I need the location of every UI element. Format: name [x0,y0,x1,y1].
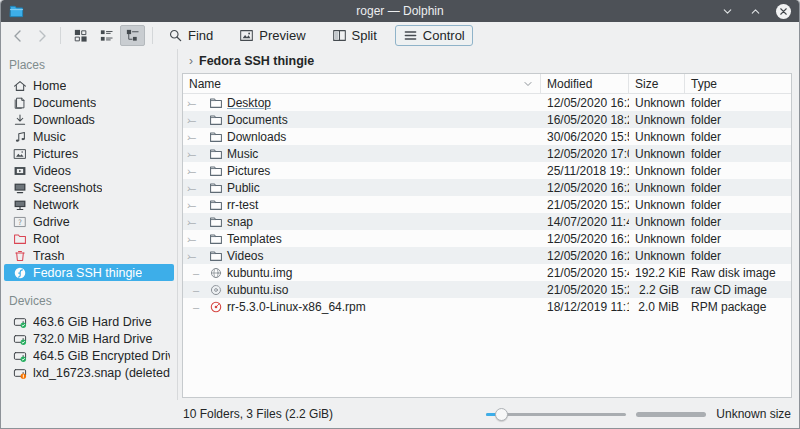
cell-size: Unknown [629,164,685,178]
file-name[interactable]: Documents [227,113,288,127]
sidebar-item-root[interactable]: Root [4,230,174,247]
column-header-type[interactable]: Type [685,74,791,93]
dolphin-window: roger — Dolphin FindPreviewSplitControl … [0,0,800,429]
find-button-label: Find [188,28,213,43]
devices-list: 463.6 GiB Hard Drive732.0 MiB Hard Drive… [1,313,177,381]
table-row[interactable]: ›–Desktop12/05/2020 16:22Unknownfolder [183,94,791,111]
close-button[interactable] [776,4,791,19]
cell-name: ›–Pictures [183,164,541,178]
control-button[interactable]: Control [395,25,473,46]
device-item-lxd-16723-snap-deleted[interactable]: lxd_16723.snap (deleted) [4,364,174,381]
table-row[interactable]: ›–Videos12/05/2020 16:22Unknownfolder [183,247,791,264]
harddrive-ok-icon [12,349,27,363]
file-name[interactable]: kubuntu.img [227,266,292,280]
minimize-button[interactable] [720,4,735,19]
chevron-up-icon [749,5,762,18]
find-button[interactable]: Find [160,25,221,46]
table-row[interactable]: ›–Downloads30/06/2020 15:50Unknownfolder [183,128,791,145]
preview-button[interactable]: Preview [231,25,313,46]
expand-chevron-icon[interactable]: ›– [187,97,204,109]
sidebar-item-home[interactable]: Home [4,77,174,94]
cell-name: ›–Videos [183,249,541,263]
file-name[interactable]: rr-test [227,198,258,212]
folder-icon [208,130,223,144]
preview-button-label: Preview [259,28,305,43]
file-name[interactable]: Desktop [227,96,271,110]
expand-chevron-icon[interactable]: ›– [187,165,204,177]
cell-size: Unknown [629,96,685,110]
sidebar-item-screenshots[interactable]: Screenshots [4,179,174,196]
cell-name: ›–snap [183,215,541,229]
column-header-name[interactable]: Name [183,74,541,93]
expand-chevron-icon[interactable]: ›– [187,233,204,245]
sidebar-item-music[interactable]: Music [4,128,174,145]
table-row[interactable]: ›–Public12/05/2020 16:22Unknownfolder [183,179,791,196]
compact-view-button[interactable] [94,25,119,46]
expand-chevron-icon[interactable]: ›– [187,216,204,228]
main-view: › Fedora SSH thingie Name Modified Size … [178,49,799,400]
column-header-size[interactable]: Size [629,74,685,93]
icons-view-button[interactable] [68,25,93,46]
table-row[interactable]: ›–Templates12/05/2020 16:22Unknownfolder [183,230,791,247]
breadcrumb-location[interactable]: Fedora SSH thingie [199,54,314,68]
file-name[interactable]: snap [227,215,253,229]
file-name[interactable]: Templates [227,232,282,246]
table-row[interactable]: ›–rr-test21/05/2020 15:25Unknownfolder [183,196,791,213]
breadcrumb: › Fedora SSH thingie [182,49,792,73]
sidebar-item-downloads[interactable]: Downloads [4,111,174,128]
file-name[interactable]: rr-5.3.0-Linux-x86_64.rpm [227,300,366,314]
table-row[interactable]: ›–Pictures25/11/2018 19:16Unknownfolder [183,162,791,179]
split-button[interactable]: Split [324,25,385,46]
cell-name: ›–Downloads [183,130,541,144]
sidebar-item-trash[interactable]: Trash [4,247,174,264]
column-header-modified[interactable]: Modified [541,74,629,93]
file-name[interactable]: Videos [227,249,263,263]
tree-line: – [187,284,204,296]
table-row[interactable]: ›–Documents16/05/2020 18:28Unknownfolder [183,111,791,128]
zoom-slider-handle[interactable] [495,408,508,421]
videos-icon [12,164,27,178]
titlebar[interactable]: roger — Dolphin [1,0,799,22]
sidebar-item-pictures[interactable]: Pictures [4,145,174,162]
folder-icon [208,181,223,195]
details-view-button[interactable] [120,25,145,46]
device-item-464-5-gib-encrypted-drive[interactable]: 464.5 GiB Encrypted Drive [4,347,174,364]
file-name[interactable]: Music [227,147,258,161]
sidebar-item-videos[interactable]: Videos [4,162,174,179]
menu-icon [403,28,418,43]
file-name[interactable]: Pictures [227,164,270,178]
file-name[interactable]: Downloads [227,130,286,144]
table-row[interactable]: –kubuntu.iso21/05/2020 15:262.2 GiBraw C… [183,281,791,298]
device-item-732-0-mib-hard-drive[interactable]: 732.0 MiB Hard Drive [4,330,174,347]
table-row[interactable]: ›–Music12/05/2020 17:03Unknownfolder [183,145,791,162]
cell-type: folder [685,215,791,229]
table-row[interactable]: ›–snap14/07/2020 11:48Unknownfolder [183,213,791,230]
fedora-icon [12,266,27,280]
sidebar-item-network[interactable]: Network [4,196,174,213]
forward-button[interactable] [31,25,53,46]
svg-text:?: ? [18,217,22,226]
sidebar-item-gdrive[interactable]: ?Gdrive [4,213,174,230]
device-item-463-6-gib-hard-drive[interactable]: 463.6 GiB Hard Drive [4,313,174,330]
back-button[interactable] [7,25,29,46]
maximize-button[interactable] [748,4,763,19]
expand-chevron-icon[interactable]: ›– [187,199,204,211]
expand-chevron-icon[interactable]: ›– [187,131,204,143]
expand-chevron-icon[interactable]: ›– [187,182,204,194]
sidebar-item-fedora-ssh-thingie[interactable]: Fedora SSH thingie [4,264,174,281]
file-name[interactable]: kubuntu.iso [227,283,288,297]
expand-chevron-icon[interactable]: ›– [187,250,204,262]
expand-chevron-icon[interactable]: ›– [187,148,204,160]
expand-chevron-icon[interactable]: ›– [187,114,204,126]
table-row[interactable]: –kubuntu.img21/05/2020 15:42192.2 KiBRaw… [183,264,791,281]
sidebar-item-documents[interactable]: Documents [4,94,174,111]
preview-icon [239,28,254,43]
cell-modified: 21/05/2020 15:42 [541,266,629,280]
toolbar: FindPreviewSplitControl [1,22,799,49]
file-view: Name Modified Size Type ›–Desktop12/05/2… [182,73,792,398]
window-controls [720,4,791,19]
table-row[interactable]: –rr-5.3.0-Linux-x86_64.rpm18/12/2019 11:… [183,298,791,315]
breadcrumb-chevron-icon[interactable]: › [189,54,193,68]
zoom-slider[interactable] [486,406,626,422]
file-name[interactable]: Public [227,181,260,195]
